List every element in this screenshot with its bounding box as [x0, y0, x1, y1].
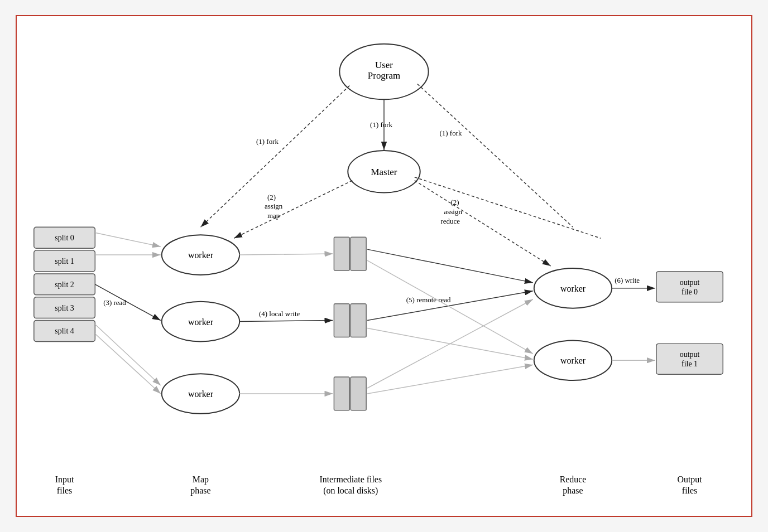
- svg-line-39: [367, 365, 533, 394]
- assign-map-label: (2): [267, 193, 276, 201]
- svg-line-18: [95, 233, 160, 246]
- svg-line-44: [415, 177, 601, 239]
- svg-line-21: [95, 325, 160, 386]
- remote-read-label: (5) remote read: [406, 296, 451, 304]
- svg-rect-25: [334, 304, 349, 337]
- footer-reduce-label: Reduce: [560, 475, 587, 484]
- footer-intermediate-label2: (on local disks): [323, 486, 378, 496]
- split2-label: split 2: [55, 280, 74, 289]
- svg-line-29: [239, 254, 333, 255]
- assign-map-label2: assign: [265, 202, 283, 210]
- footer-map-label2: phase: [190, 486, 210, 496]
- output-file0-label2: file 0: [681, 288, 698, 296]
- diagram-container: User Program Master (1) fork (1) fork (1…: [16, 15, 752, 517]
- footer-intermediate-label: Intermediate files: [319, 475, 382, 484]
- svg-rect-23: [334, 237, 349, 270]
- split0-label: split 0: [55, 234, 74, 242]
- worker-mid-label: worker: [188, 317, 214, 327]
- write-label: (6) write: [615, 276, 640, 284]
- svg-line-34: [367, 249, 533, 283]
- footer-reduce-label2: phase: [563, 486, 583, 496]
- split4-label: split 4: [55, 327, 74, 335]
- svg-line-7: [417, 84, 573, 227]
- fork-center-label: (1) fork: [370, 120, 392, 129]
- assign-reduce-label3: reduce: [441, 217, 460, 225]
- split1-label: split 1: [55, 257, 74, 265]
- master-label: Master: [371, 167, 397, 177]
- footer-input-label2: files: [57, 486, 72, 495]
- svg-line-37: [367, 260, 533, 354]
- worker-top-label: worker: [188, 250, 214, 260]
- output-file1-label: output: [680, 350, 700, 359]
- footer-output-label2: files: [682, 486, 697, 495]
- svg-rect-28: [351, 377, 366, 410]
- output-file0-label: output: [680, 278, 700, 287]
- svg-rect-24: [351, 237, 366, 270]
- footer-input-label: Input: [55, 475, 74, 485]
- footer-output-label: Output: [677, 475, 702, 485]
- reduce-worker-top-label: worker: [560, 284, 586, 293]
- svg-line-9: [415, 181, 551, 266]
- read-label: (3) read: [103, 298, 126, 307]
- output-file1-label2: file 1: [681, 360, 698, 368]
- svg-rect-40: [656, 272, 723, 302]
- svg-rect-26: [351, 304, 366, 337]
- split3-label: split 3: [55, 304, 74, 312]
- svg-rect-41: [656, 344, 723, 374]
- assign-reduce-label: (2): [450, 198, 459, 206]
- svg-line-30: [239, 321, 333, 322]
- svg-line-8: [234, 181, 352, 239]
- fork-right-label: (1) fork: [440, 129, 462, 137]
- reduce-worker-bot-label: worker: [560, 356, 586, 365]
- user-program-label: User: [375, 60, 393, 70]
- assign-reduce-label2: assign: [444, 207, 463, 216]
- worker-bot-label: worker: [188, 389, 214, 399]
- local-write-label: (4) local write: [259, 309, 300, 318]
- assign-map-label3: map: [267, 211, 280, 220]
- footer-map-label: Map: [193, 475, 209, 485]
- fork-left-label: (1) fork: [256, 137, 279, 146]
- svg-rect-27: [334, 377, 349, 410]
- svg-line-38: [367, 328, 533, 360]
- svg-line-22: [95, 333, 160, 394]
- user-program-label2: Program: [368, 70, 400, 81]
